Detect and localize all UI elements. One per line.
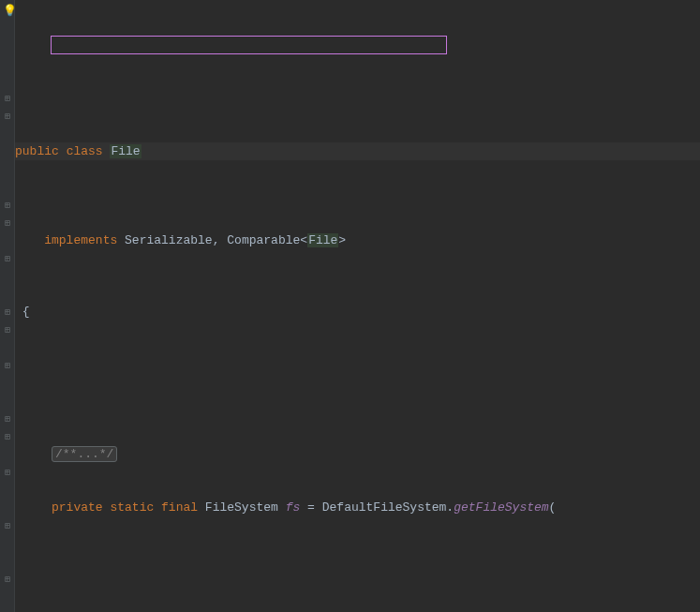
gutter: 💡 ⊞⊞⊞⊞⊞⊞⊞⊞⊞⊞⊞⊞⊞ — [0, 0, 15, 612]
javadoc-fold[interactable]: /**...*/ — [52, 446, 117, 462]
fold-toggle-icon[interactable]: ⊞ — [3, 415, 12, 425]
fold-toggle-icon[interactable]: ⊞ — [3, 255, 12, 264]
implements-clause: implements Serializable, Comparable<File… — [15, 231, 700, 249]
fold-toggle-icon[interactable]: ⊞ — [3, 112, 12, 122]
fold-toggle-icon[interactable]: ⊞ — [3, 326, 12, 336]
fold-toggle-icon[interactable]: ⊞ — [3, 202, 12, 211]
field-fs: private static final FileSystem fs = Def… — [15, 499, 700, 516]
fold-toggle-icon[interactable]: ⊞ — [3, 522, 12, 531]
fold-toggle-icon[interactable]: ⊞ — [3, 308, 12, 318]
fold-toggle-icon[interactable]: ⊞ — [3, 95, 12, 104]
class-declaration-line: public class File — [15, 142, 700, 160]
code-editor[interactable]: 💡 ⊞⊞⊞⊞⊞⊞⊞⊞⊞⊞⊞⊞⊞ public class File implem… — [0, 0, 700, 612]
code-area[interactable]: public class File implements Serializabl… — [15, 0, 700, 612]
class-open-brace: { — [22, 305, 30, 319]
fold-toggle-icon[interactable]: ⊞ — [3, 433, 12, 442]
fold-toggle-icon[interactable]: ⊞ — [3, 219, 12, 229]
fold-toggle-icon[interactable]: ⊞ — [3, 362, 12, 371]
class-name: File — [110, 144, 141, 158]
fold-toggle-icon[interactable]: ⊞ — [3, 575, 12, 585]
fold-toggle-icon[interactable]: ⊞ — [3, 469, 12, 478]
